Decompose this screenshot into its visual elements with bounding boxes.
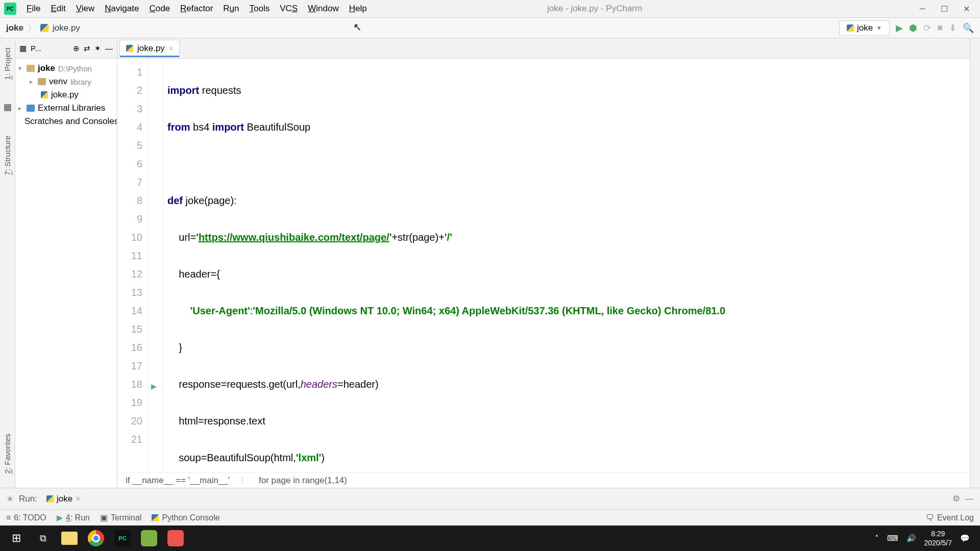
project-tree[interactable]: ▾ joke D:\Python ▸ venv library joke.py …	[15, 59, 117, 131]
bottom-tab-run[interactable]: ▶4: Run	[57, 513, 90, 522]
tree-venv-label: library	[70, 78, 91, 86]
search-everywhere-icon[interactable]: 🔍	[963, 22, 974, 34]
system-tray[interactable]: ˄ ⌨ 🔊 8:29 2020/5/7 💬	[875, 529, 976, 547]
gutter-icons[interactable]: ▶	[148, 59, 163, 472]
star-icon[interactable]: ★	[6, 493, 14, 504]
bottom-tab-event-log[interactable]: 🗨Event Log	[926, 513, 974, 522]
tree-external-name: External Libraries	[38, 103, 105, 113]
project-tool-window: ▦ P... ⊕ ⇄ ✶ — ▾ joke D:\Python ▸ venv l…	[15, 38, 117, 488]
taskbar-file-explorer-icon[interactable]	[57, 527, 82, 549]
run-panel-tab[interactable]: joke ×	[42, 493, 85, 505]
run-panel-label: Run:	[19, 494, 37, 504]
project-header-icon: ▦	[19, 44, 27, 53]
python-icon	[847, 24, 854, 32]
tree-scratches-name: Scratches and Consoles	[24, 116, 117, 127]
gutter-run-icon[interactable]: ▶	[151, 382, 157, 390]
bottom-tab-python-console[interactable]: Python Console	[152, 513, 219, 522]
run-button-icon[interactable]: ▶	[896, 22, 903, 34]
taskbar-recorder-icon[interactable]	[163, 527, 188, 549]
settings-icon[interactable]: ✶	[94, 44, 101, 53]
project-header-label: P...	[31, 44, 41, 53]
run-config-name: joke	[857, 23, 873, 33]
coverage-button-icon[interactable]: ⟳	[923, 22, 931, 34]
close-tab-icon[interactable]: ×	[169, 44, 173, 53]
code-editor[interactable]: 123456789101112131415161718192021 ▶ impo…	[117, 59, 970, 472]
play-icon: ▶	[57, 513, 63, 522]
window-close-icon[interactable]: ✕	[963, 4, 970, 14]
tree-venv[interactable]: ▸ venv library	[15, 75, 117, 88]
tray-chevron-up-icon[interactable]: ˄	[875, 534, 879, 543]
menu-run[interactable]: Run	[218, 4, 244, 14]
menu-edit[interactable]: Edit	[45, 4, 70, 14]
menu-view[interactable]: View	[71, 4, 100, 14]
folder-icon	[27, 65, 35, 72]
editor-area: joke.py × 123456789101112131415161718192…	[117, 38, 970, 488]
bottom-tab-terminal[interactable]: ▣Terminal	[100, 513, 141, 522]
close-icon[interactable]: ×	[76, 494, 81, 504]
tray-date: 2020/5/7	[924, 538, 952, 547]
python-file-icon	[126, 45, 133, 52]
tree-root[interactable]: ▾ joke D:\Python	[15, 62, 117, 75]
python-file-icon	[41, 91, 48, 98]
target-icon[interactable]: ⊕	[73, 44, 80, 53]
taskbar-camtasia-icon[interactable]	[137, 527, 161, 549]
debug-button-icon[interactable]: ⬢	[909, 22, 917, 34]
taskbar-taskview-icon[interactable]: ⧉	[31, 527, 55, 549]
editor-tabs: joke.py ×	[117, 38, 970, 59]
left-toolwindow-bar: 1: Project 7: Structure 2: Favorites	[0, 38, 15, 488]
hide-icon[interactable]: —	[105, 44, 113, 53]
menu-navigate[interactable]: Navigate	[100, 4, 144, 14]
chevron-down-icon[interactable]: ▾	[18, 65, 23, 72]
bottom-tab-todo[interactable]: ≡6: TODO	[6, 513, 46, 522]
folder-icon	[38, 78, 46, 85]
menu-refactor[interactable]: Refactor	[175, 4, 218, 14]
python-file-icon	[40, 24, 48, 32]
tray-clock[interactable]: 8:29 2020/5/7	[924, 529, 952, 547]
breadcrumb: joke 〉 joke.py	[6, 22, 80, 34]
windows-taskbar: ⊞ ⧉ PC ˄ ⌨ 🔊 8:29 2020/5/7 💬	[0, 525, 980, 551]
editor-tab-joke[interactable]: joke.py ×	[119, 40, 180, 57]
gear-icon[interactable]: ⚙	[952, 493, 960, 504]
window-minimize-icon[interactable]: ─	[920, 4, 925, 14]
minimize-icon[interactable]: —	[965, 494, 974, 504]
tree-root-name: joke	[38, 63, 55, 73]
chevron-right-icon[interactable]: ▸	[18, 105, 23, 112]
taskbar-pycharm-icon[interactable]: PC	[110, 527, 135, 549]
editor-tab-label: joke.py	[137, 43, 165, 54]
tray-ime-icon[interactable]: ⌨	[887, 534, 898, 543]
tree-file-name: joke.py	[51, 90, 79, 100]
taskbar-start-icon[interactable]: ⊞	[4, 527, 29, 549]
sidebar-square-icon[interactable]	[4, 104, 11, 111]
code-breadcrumb-item[interactable]: for page in range(1,14)	[259, 475, 347, 486]
menubar: PC File Edit View Navigate Code Refactor…	[0, 0, 980, 18]
window-maximize-icon[interactable]: ☐	[941, 4, 948, 14]
collapse-icon[interactable]: ⇄	[84, 44, 90, 53]
sidebar-project-button[interactable]: 1: Project	[3, 43, 12, 84]
sidebar-favorites-button[interactable]: 2: Favorites	[3, 430, 12, 478]
run-panel-tab-name: joke	[57, 494, 72, 504]
chevron-down-icon: ▼	[876, 24, 882, 32]
breadcrumb-project[interactable]: joke	[6, 23, 23, 33]
line-number-gutter[interactable]: 123456789101112131415161718192021	[117, 59, 148, 472]
tree-root-path: D:\Python	[58, 64, 92, 73]
tray-time: 8:29	[924, 529, 952, 538]
python-icon	[152, 514, 159, 521]
tray-notifications-icon[interactable]: 💬	[960, 534, 970, 543]
code-content[interactable]: import requests from bs4 import Beautifu…	[163, 59, 970, 472]
breadcrumb-file[interactable]: joke.py	[53, 23, 80, 33]
code-breadcrumb-item[interactable]: if __name__ == '__main__'	[126, 475, 230, 486]
tree-venv-name: venv	[49, 77, 67, 87]
update-button-icon[interactable]: ⬇	[949, 22, 957, 34]
tree-file-joke[interactable]: joke.py	[15, 88, 117, 102]
taskbar-chrome-icon[interactable]	[84, 527, 108, 549]
menu-code[interactable]: Code	[144, 4, 175, 14]
code-breadcrumb[interactable]: if __name__ == '__main__' 〉 for page in …	[117, 472, 970, 488]
menu-file[interactable]: File	[21, 4, 45, 14]
run-configuration-selector[interactable]: joke ▼	[839, 20, 890, 36]
list-icon: ≡	[6, 513, 11, 522]
tray-volume-icon[interactable]: 🔊	[906, 534, 916, 543]
sidebar-structure-button[interactable]: 7: Structure	[3, 132, 12, 180]
chevron-right-icon[interactable]: ▸	[30, 78, 35, 85]
tree-external-libraries[interactable]: ▸ External Libraries	[15, 102, 117, 115]
tree-scratches[interactable]: Scratches and Consoles	[15, 115, 117, 128]
